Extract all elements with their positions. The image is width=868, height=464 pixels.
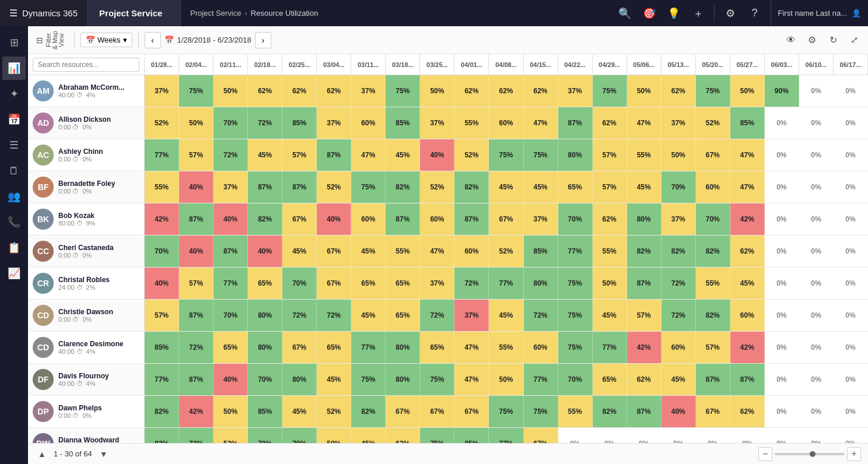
data-cell[interactable]: 75% <box>420 364 454 395</box>
data-cell[interactable]: 50% <box>662 139 696 171</box>
recent-records-icon[interactable]: 🎯 <box>638 2 660 24</box>
data-cell[interactable]: 75% <box>351 171 386 203</box>
data-cell[interactable]: 80% <box>386 332 420 363</box>
data-cell[interactable]: 75% <box>524 139 558 171</box>
data-cell[interactable]: 55% <box>145 171 179 203</box>
data-cell[interactable]: 72% <box>179 428 214 443</box>
data-cell[interactable]: 0% <box>834 300 868 331</box>
data-cell[interactable]: 0% <box>799 171 834 203</box>
data-cell[interactable]: 80% <box>386 364 420 395</box>
data-cell[interactable]: 62% <box>627 364 662 395</box>
data-cell[interactable]: 65% <box>317 332 351 363</box>
data-cell[interactable]: 42% <box>179 396 214 427</box>
data-cell[interactable]: 55% <box>593 235 627 267</box>
data-cell[interactable]: 45% <box>351 428 386 443</box>
data-cell[interactable]: 72% <box>248 107 282 139</box>
data-cell[interactable]: 37% <box>662 107 696 139</box>
data-cell[interactable]: 40% <box>179 171 214 203</box>
data-cell[interactable]: 77% <box>558 235 593 267</box>
settings-icon[interactable]: ⚙ <box>719 2 741 24</box>
data-cell[interactable]: 57% <box>145 300 179 331</box>
data-cell[interactable]: 37% <box>351 75 386 107</box>
data-cell[interactable]: 62% <box>489 75 523 107</box>
resource-cell-11[interactable]: DWDianna Woodward40:00 ⏱4% <box>28 428 145 443</box>
data-cell[interactable]: 60% <box>420 203 454 235</box>
data-cell[interactable]: 65% <box>558 171 593 203</box>
new-record-icon[interactable]: ＋ <box>687 2 709 24</box>
data-cell[interactable]: 40% <box>145 268 179 299</box>
data-cell[interactable]: 60% <box>351 203 386 235</box>
data-cell[interactable]: 87% <box>730 364 765 395</box>
data-cell[interactable]: 82% <box>145 396 179 427</box>
data-cell[interactable]: 85% <box>282 107 317 139</box>
data-cell[interactable]: 0% <box>765 268 799 299</box>
data-cell[interactable]: 85% <box>386 107 420 139</box>
data-cell[interactable]: 75% <box>386 75 420 107</box>
refresh-btn[interactable]: ↻ <box>824 31 842 50</box>
data-cell[interactable]: 70% <box>662 171 696 203</box>
data-cell[interactable]: 52% <box>214 428 248 443</box>
data-cell[interactable]: 77% <box>524 364 558 395</box>
data-cell[interactable]: 70% <box>214 107 248 139</box>
data-cell[interactable]: 0% <box>799 107 834 139</box>
data-cell[interactable]: 72% <box>214 139 248 171</box>
data-cell[interactable]: 50% <box>730 75 765 107</box>
data-cell[interactable]: 70% <box>696 203 730 235</box>
data-cell[interactable]: 75% <box>593 75 627 107</box>
data-cell[interactable]: 55% <box>627 139 662 171</box>
data-cell[interactable]: 0% <box>834 203 868 235</box>
data-cell[interactable]: 40% <box>420 139 454 171</box>
data-cell[interactable]: 50% <box>420 75 454 107</box>
data-cell[interactable]: 47% <box>730 139 765 171</box>
help-icon[interactable]: ? <box>744 2 766 24</box>
zoom-in-btn[interactable]: ＋ <box>847 447 861 461</box>
resource-cell-0[interactable]: AMAbraham McCorm...40:00 ⏱4% <box>28 75 145 107</box>
data-cell[interactable]: 0% <box>834 268 868 299</box>
data-cell[interactable]: 67% <box>282 203 317 235</box>
data-cell[interactable]: 87% <box>214 235 248 267</box>
data-cell[interactable]: 0% <box>799 300 834 331</box>
data-cell[interactable]: 55% <box>558 396 593 427</box>
next-page-btn[interactable]: ▼ <box>97 447 111 461</box>
data-cell[interactable]: 65% <box>386 300 420 331</box>
expand-btn[interactable]: ⤢ <box>845 31 863 50</box>
data-cell[interactable]: 67% <box>317 268 351 299</box>
data-cell[interactable]: 77% <box>489 428 523 443</box>
data-cell[interactable]: 52% <box>145 107 179 139</box>
data-cell[interactable]: 65% <box>386 268 420 299</box>
data-cell[interactable]: 75% <box>696 75 730 107</box>
data-cell[interactable]: 75% <box>179 75 214 107</box>
data-cell[interactable]: 80% <box>558 139 593 171</box>
data-cell[interactable]: 85% <box>454 428 489 443</box>
resource-cell-5[interactable]: CCCheri Castaneda0:00 ⏱0% <box>28 235 145 267</box>
data-cell[interactable]: 62% <box>593 203 627 235</box>
data-cell[interactable]: 82% <box>351 396 386 427</box>
data-cell[interactable]: 0% <box>799 203 834 235</box>
data-cell[interactable]: 0% <box>627 428 662 443</box>
data-cell[interactable]: 55% <box>386 235 420 267</box>
data-cell[interactable]: 37% <box>454 300 489 331</box>
data-cell[interactable]: 65% <box>248 268 282 299</box>
data-cell[interactable]: 37% <box>420 107 454 139</box>
data-cell[interactable]: 45% <box>662 364 696 395</box>
data-cell[interactable]: 45% <box>386 139 420 171</box>
data-cell[interactable]: 70% <box>558 364 593 395</box>
data-cell[interactable]: 45% <box>317 364 351 395</box>
sidebar-item-people[interactable]: 👥 <box>2 185 26 208</box>
data-cell[interactable]: 87% <box>179 364 214 395</box>
resource-table-wrap[interactable]: 01/28...02/04...02/11...02/18...02/25...… <box>28 54 868 443</box>
prev-period-btn[interactable]: ‹ <box>145 32 161 48</box>
data-cell[interactable]: 77% <box>489 268 523 299</box>
data-cell[interactable]: 75% <box>558 300 593 331</box>
data-cell[interactable]: 50% <box>179 107 214 139</box>
hamburger-icon[interactable]: ☰ <box>9 8 18 19</box>
data-cell[interactable]: 0% <box>834 428 868 443</box>
data-cell[interactable]: 55% <box>489 332 523 363</box>
data-cell[interactable]: 52% <box>696 107 730 139</box>
data-cell[interactable]: 60% <box>524 332 558 363</box>
resource-cell-2[interactable]: ACAshley Chinn0:00 ⏱0% <box>28 139 145 171</box>
data-cell[interactable]: 60% <box>730 300 765 331</box>
data-cell[interactable]: 45% <box>282 235 317 267</box>
data-cell[interactable]: 85% <box>145 332 179 363</box>
data-cell[interactable]: 47% <box>351 139 386 171</box>
